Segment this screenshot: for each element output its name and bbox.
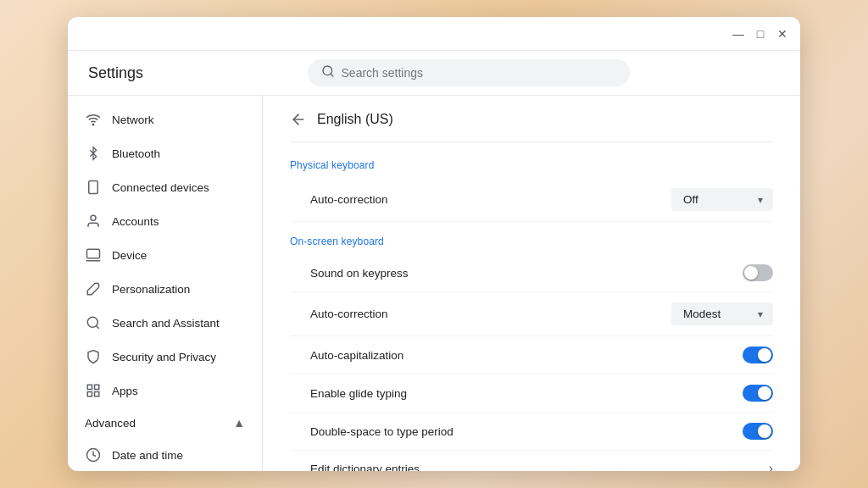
setting-row-auto-capitalization: Auto-capitalization: [290, 336, 773, 374]
svg-line-9: [96, 325, 98, 328]
auto-capitalization-toggle[interactable]: [743, 347, 773, 363]
svg-point-5: [91, 215, 96, 220]
glide-typing-toggle[interactable]: [743, 385, 773, 402]
right-arrow-icon: ›: [769, 461, 773, 471]
search-nav-icon: [85, 314, 102, 331]
onscreen-keyboard-heading: On-screen keyboard: [290, 236, 773, 247]
setting-label-double-space: Double-space to type period: [290, 425, 453, 438]
sidebar-label-date-time: Date and time: [112, 449, 183, 462]
sidebar-item-apps[interactable]: Apps: [68, 374, 255, 408]
setting-row-auto-correction-onscreen: Auto-correction Modest ▾: [290, 292, 773, 336]
window-controls: — □ ✕: [731, 26, 790, 42]
auto-correction-physical-value: Off: [683, 193, 698, 206]
sidebar: Network Bluetooth Con: [68, 96, 263, 471]
setting-row-glide-typing: Enable glide typing: [290, 374, 773, 413]
person-icon: [85, 213, 102, 230]
auto-capitalization-control: [743, 347, 773, 363]
setting-row-sound-keypress: Sound on keypress: [290, 254, 773, 292]
sidebar-label-personalization: Personalization: [112, 283, 190, 296]
sidebar-item-date-time[interactable]: Date and time: [68, 438, 255, 471]
search-icon: [321, 64, 335, 81]
toggle-thumb-3: [758, 386, 771, 400]
sidebar-item-accounts[interactable]: Accounts: [68, 204, 255, 238]
sidebar-label-connected-devices: Connected devices: [112, 181, 209, 194]
physical-keyboard-heading: Physical keyboard: [290, 159, 773, 171]
sidebar-label-search-assistant: Search and Assistant: [112, 317, 220, 330]
grid-icon: [85, 382, 102, 399]
devices-icon: [85, 179, 102, 196]
auto-correction-onscreen-dropdown[interactable]: Modest ▾: [671, 302, 773, 325]
brush-icon: [85, 280, 102, 297]
advanced-chevron-icon: ▲: [233, 416, 245, 430]
toggle-thumb: [744, 266, 758, 280]
content-area: Network Bluetooth Con: [68, 96, 800, 471]
sidebar-item-network[interactable]: Network: [68, 103, 255, 136]
search-bar[interactable]: [308, 59, 630, 86]
svg-point-2: [92, 124, 94, 125]
page-title: English (US): [317, 112, 393, 127]
wifi-icon: [85, 111, 102, 128]
advanced-section-header[interactable]: Advanced ▲: [68, 408, 262, 438]
setting-label-sound-keypress: Sound on keypress: [290, 267, 409, 280]
sidebar-item-connected-devices[interactable]: Connected devices: [68, 170, 255, 204]
svg-line-1: [331, 74, 333, 76]
setting-label-glide-typing: Enable glide typing: [290, 387, 407, 400]
setting-row-auto-correction-physical: Auto-correction Off ▾: [290, 178, 773, 222]
sidebar-label-device: Device: [112, 249, 147, 262]
app-title: Settings: [88, 64, 143, 82]
sidebar-item-device[interactable]: Device: [68, 238, 255, 272]
glide-typing-control: [743, 385, 773, 402]
svg-rect-12: [87, 392, 92, 396]
toggle-thumb-2: [758, 348, 771, 362]
sidebar-item-search-assistant[interactable]: Search and Assistant: [68, 306, 255, 340]
setting-row-edit-dictionary[interactable]: Edit dictionary entries ›: [290, 451, 773, 471]
auto-correction-onscreen-control: Modest ▾: [671, 302, 773, 325]
svg-rect-10: [87, 385, 92, 389]
sound-keypress-control: [743, 264, 773, 281]
close-button[interactable]: ✕: [775, 26, 790, 42]
clock-icon: [85, 446, 102, 463]
setting-label-auto-correction-physical: Auto-correction: [290, 193, 388, 206]
auto-correction-physical-dropdown[interactable]: Off ▾: [671, 188, 773, 211]
setting-label-auto-capitalization: Auto-capitalization: [290, 349, 403, 362]
auto-correction-physical-control: Off ▾: [671, 188, 773, 211]
page-header: English (US): [290, 96, 773, 142]
sidebar-label-apps: Apps: [112, 385, 138, 397]
titlebar: — □ ✕: [68, 17, 800, 51]
sidebar-label-security-privacy: Security and Privacy: [112, 351, 216, 363]
sidebar-item-bluetooth[interactable]: Bluetooth: [68, 136, 255, 170]
bluetooth-icon: [85, 145, 102, 162]
svg-rect-13: [95, 392, 99, 396]
maximize-button[interactable]: □: [753, 26, 768, 42]
svg-rect-11: [95, 385, 99, 389]
sidebar-item-security-privacy[interactable]: Security and Privacy: [68, 340, 255, 374]
sound-keypress-toggle[interactable]: [743, 264, 773, 281]
back-button[interactable]: [290, 111, 307, 128]
app-header: Settings: [68, 51, 800, 96]
search-input[interactable]: [342, 66, 616, 80]
setting-label-edit-dictionary: Edit dictionary entries: [290, 463, 420, 472]
setting-row-double-space: Double-space to type period: [290, 413, 773, 451]
sidebar-label-bluetooth: Bluetooth: [112, 147, 160, 160]
auto-correction-onscreen-value: Modest: [683, 308, 721, 320]
dropdown-chevron-icon: ▾: [758, 194, 763, 206]
minimize-button[interactable]: —: [731, 26, 746, 42]
dropdown-chevron-icon-2: ▾: [758, 308, 763, 320]
sidebar-label-network: Network: [112, 114, 154, 126]
double-space-control: [743, 423, 773, 440]
laptop-icon: [85, 247, 102, 263]
setting-label-auto-correction-onscreen: Auto-correction: [290, 308, 388, 320]
svg-point-8: [87, 317, 97, 327]
sidebar-label-accounts: Accounts: [112, 215, 159, 228]
sidebar-item-personalization[interactable]: Personalization: [68, 272, 255, 306]
svg-rect-6: [87, 249, 100, 258]
advanced-label: Advanced: [85, 417, 136, 430]
toggle-thumb-4: [758, 424, 771, 438]
settings-window: — □ ✕ Settings: [68, 17, 800, 471]
shield-icon: [85, 348, 102, 365]
double-space-toggle[interactable]: [743, 423, 773, 440]
main-content: English (US) Physical keyboard Auto-corr…: [263, 96, 800, 471]
